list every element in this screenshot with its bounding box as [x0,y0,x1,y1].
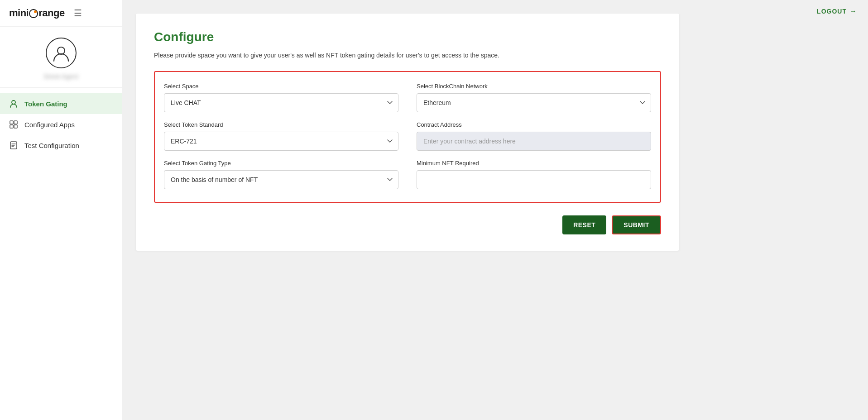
select-gating-type-dropdown[interactable]: On the basis of number of NFT On the bas… [164,170,398,189]
form-row-2: Select Token Standard ERC-721 ERC-20 ERC… [164,121,651,151]
sidebar-header: mini range ☰ [0,0,122,27]
configure-card: Configure Please provide space you want … [136,14,679,251]
nav-label-token-gating: Token Gating [24,100,67,108]
user-avatar-icon [52,44,70,62]
sidebar: mini range ☰ Street Agent Token Gating [0,0,122,420]
buttons-row: RESET SUBMIT [154,215,661,234]
hamburger-menu-icon[interactable]: ☰ [74,8,82,19]
select-token-standard-group: Select Token Standard ERC-721 ERC-20 ERC… [164,121,398,151]
nav-label-test-configuration: Test Configuration [24,142,79,149]
contract-address-input[interactable] [417,132,651,151]
logo-dot-icon [34,10,37,13]
logo-text: mini range [9,7,65,19]
select-gating-type-group: Select Token Gating Type On the basis of… [164,160,398,189]
select-gating-type-label: Select Token Gating Type [164,160,398,167]
logo: mini range [9,7,65,19]
select-space-group: Select Space Live CHAT [164,83,398,112]
sidebar-item-test-configuration[interactable]: Test Configuration [0,135,122,156]
select-space-dropdown[interactable]: Live CHAT [164,93,398,112]
logout-button[interactable]: LOGOUT → [817,7,857,15]
avatar [46,38,77,68]
submit-button[interactable]: SUBMIT [612,215,661,234]
minimum-nft-label: Minimum NFT Required [417,160,651,167]
sidebar-item-configured-apps[interactable]: Configured Apps [0,114,122,135]
select-blockchain-dropdown[interactable]: Ethereum Polygon Binance Smart Chain [417,93,651,112]
svg-rect-2 [10,121,13,124]
svg-rect-4 [10,125,13,128]
select-blockchain-group: Select BlockChain Network Ethereum Polyg… [417,83,651,112]
logout-label: LOGOUT [817,8,847,15]
logo-circle-icon [29,9,38,18]
apps-icon [9,120,18,129]
form-section: Select Space Live CHAT Select BlockChain… [154,71,661,203]
form-row-3: Select Token Gating Type On the basis of… [164,160,651,189]
svg-point-0 [58,47,65,54]
topbar: LOGOUT → [806,0,868,23]
nav-menu: Token Gating Configured Apps [0,88,122,420]
contract-address-group: Contract Address [417,121,651,151]
select-blockchain-label: Select BlockChain Network [417,83,651,90]
nav-label-configured-apps: Configured Apps [24,121,75,129]
select-token-standard-dropdown[interactable]: ERC-721 ERC-20 ERC-1155 [164,132,398,151]
contract-address-label: Contract Address [417,121,651,128]
reset-button[interactable]: RESET [562,215,606,234]
main-content: Configure Please provide space you want … [122,0,868,420]
minimum-nft-input[interactable]: 2 [417,170,651,189]
select-token-standard-label: Select Token Standard [164,121,398,128]
user-name: Street Agent [43,73,78,80]
sidebar-item-token-gating[interactable]: Token Gating [0,93,122,114]
svg-rect-3 [14,121,17,124]
svg-point-1 [12,100,15,104]
form-row-1: Select Space Live CHAT Select BlockChain… [164,83,651,112]
select-space-label: Select Space [164,83,398,90]
svg-rect-5 [14,125,17,128]
test-icon [9,141,18,150]
user-icon [9,99,18,108]
minimum-nft-group: Minimum NFT Required 2 [417,160,651,189]
page-title: Configure [154,30,661,44]
avatar-section: Street Agent [0,27,122,88]
logout-icon: → [849,7,857,15]
page-description: Please provide space you want to give yo… [154,51,661,60]
